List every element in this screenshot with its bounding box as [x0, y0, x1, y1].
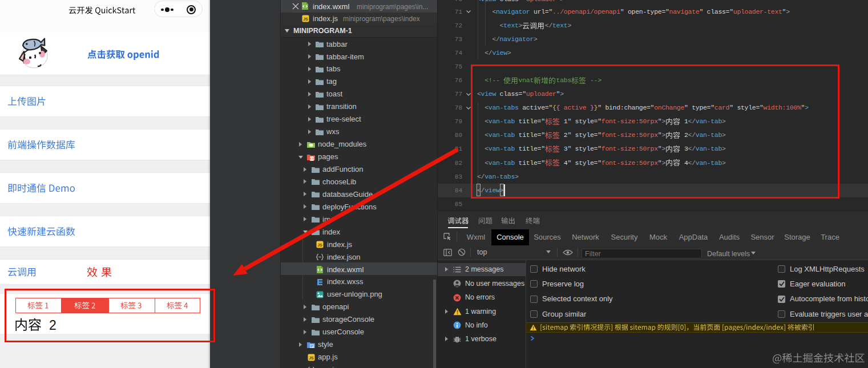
svg-text:JS: JS — [303, 17, 308, 21]
svg-text:JS: JS — [317, 243, 322, 247]
svg-text:JS: JS — [309, 355, 314, 359]
